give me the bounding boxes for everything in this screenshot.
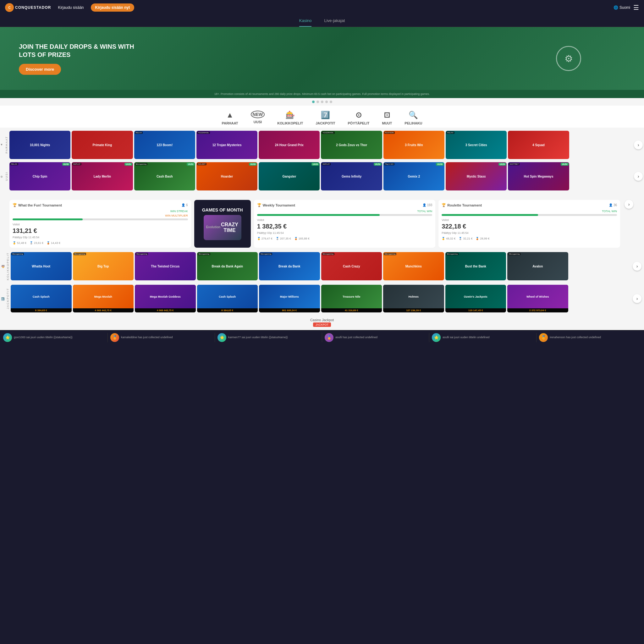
stat-1: 🥇 52,48 €: [13, 241, 26, 245]
login-button[interactable]: Kirjaudu sisään: [55, 3, 87, 12]
provider-badge: NOLIMIT: [197, 163, 206, 165]
provider-badge: Microgaming: [135, 163, 147, 165]
jackpot-card[interactable]: Ozwin's Jackpots 119 147,45 €: [445, 285, 506, 312]
game-card[interactable]: Break da Bank AgainMicrogaming: [197, 252, 258, 280]
table-games-icon: ⊙: [355, 111, 362, 119]
game-card[interactable]: 10,001 Nights: [9, 131, 70, 159]
tab-live[interactable]: Live-jakajat: [324, 15, 345, 27]
game-card[interactable]: Break da BankMicrogaming: [259, 252, 320, 280]
jackpotit-next-button[interactable]: ›: [633, 294, 641, 303]
jackpot-card[interactable]: Mega Moolah Goddess 4 969 442,75 €: [135, 285, 196, 312]
language-label: Suomi: [619, 5, 630, 10]
new-badge: UUSI: [498, 163, 506, 166]
banner-dots: [0, 98, 644, 106]
tournament-amount-3: 322,18 €: [442, 223, 617, 230]
voitot-label-3: Voitot: [442, 218, 617, 222]
cat-kolikkopelit[interactable]: 🎰 KOLIKKOPELIT: [277, 111, 303, 125]
game-card[interactable]: Lady MerlinUUSIEEPLAY: [72, 162, 133, 190]
provider-badge: Microgaming: [508, 253, 520, 255]
status-divider-4: [429, 333, 429, 342]
new-badge-icon: NEW: [251, 111, 265, 118]
game-card[interactable]: Chip SpinUUSIRELAX: [9, 162, 70, 190]
jackpot-card[interactable]: Wheel of Wishes 2 372 973,04 €: [507, 285, 568, 312]
game-card[interactable]: Cash BashUUSIMicrogaming: [134, 162, 195, 190]
jackpot-amount: 2 372 973,04 €: [507, 308, 568, 312]
cat-muut-label: MUUT: [382, 121, 392, 125]
uusi-next-button[interactable]: ›: [634, 172, 643, 181]
game-card[interactable]: Hot Spin MegawaysUUSIiSOFTBET: [508, 162, 569, 190]
games-section: ▲ PARHAAT 10,001 Nights Primate King 123…: [0, 128, 644, 197]
hamburger-menu[interactable]: ☰: [633, 4, 639, 11]
status-divider: [107, 333, 108, 342]
status-text-1: gsxr1000 sai juuri uuden tittelin {{stat…: [14, 336, 73, 339]
cat-jackpotit[interactable]: 7️⃣ JACKPOTIT: [316, 111, 335, 125]
game-card[interactable]: The Twisted CircusMicrogaming: [135, 252, 196, 280]
new-badge: UUSI: [561, 163, 569, 166]
jackpot-card[interactable]: Holmes 127 236,39 €: [383, 285, 444, 312]
dot-4[interactable]: [325, 101, 328, 103]
game-card[interactable]: 123 Boom!RELAX: [134, 131, 195, 159]
tab-kasino[interactable]: Kasino: [299, 15, 312, 27]
game-card[interactable]: 3 Secret CitiesRELAX: [446, 131, 507, 159]
game-card[interactable]: 24 Hour Grand Prix: [259, 131, 320, 159]
dot-1[interactable]: [312, 101, 315, 103]
dot-2[interactable]: [316, 101, 319, 103]
jackpot-card[interactable]: Major Millions 801 600,24 €: [259, 285, 320, 312]
jackpot-section-icon: 7️⃣: [1, 297, 4, 301]
game-card[interactable]: GangsterUUSI: [259, 162, 320, 190]
jackpot-card[interactable]: Cash Splash 8 384,65 €: [197, 285, 258, 312]
tournament-stats-1: 🥇 52,48 € 🥈 23,61 € 🥉 14,43 €: [13, 241, 188, 245]
cat-muut[interactable]: ⊡ MUUT: [382, 111, 392, 125]
game-card[interactable]: Big TopMicrogaming: [73, 252, 134, 280]
cat-parhaat[interactable]: ▲ PARHAAT: [222, 111, 238, 125]
voitot-label-2: Voitot: [257, 218, 432, 222]
game-card[interactable]: Gemix 2UUSIPlay'n GO: [383, 162, 444, 190]
tournament-bar-3: [442, 214, 617, 216]
discover-more-button[interactable]: Discover more: [19, 64, 61, 75]
dot-5[interactable]: [330, 101, 332, 103]
game-card[interactable]: MunchkinsMicrogaming: [383, 252, 444, 280]
kolikkopelit-next-button[interactable]: ›: [633, 262, 641, 271]
tournaments-next-button[interactable]: ›: [625, 200, 633, 209]
game-card[interactable]: Gems InfinityUUSIEEPLAY: [321, 162, 382, 190]
trophy-icon: 🏆: [13, 203, 17, 207]
game-card[interactable]: Whatta HootMicrogaming: [11, 252, 72, 280]
jackpot-tag: JACKPOT: [313, 322, 331, 327]
game-card[interactable]: Bust the BankMicrogaming: [445, 252, 506, 280]
provider-badge: PLAYSON: [384, 131, 395, 134]
evolution-logo: Evolution: [206, 225, 221, 229]
win-type-3: TOTAL WIN: [442, 210, 617, 213]
games-of-month-img[interactable]: Evolution CRAZY TIME: [204, 215, 241, 240]
game-card[interactable]: Primate King: [72, 131, 133, 159]
kolikkopelit-section: 🎰 KOLIKKOPELIT Whatta HootMicrogaming Bi…: [0, 251, 644, 283]
new-badge: UUSI: [249, 163, 257, 166]
tournament-card-1: 🏆 What the Fun! Tournament 👤 6 WIN STREA…: [9, 200, 191, 248]
jackpot-card[interactable]: Cash Splash 8 384,65 €: [11, 285, 72, 312]
game-card[interactable]: Cash CrazyMicrogaming: [321, 252, 382, 280]
language-selector[interactable]: 🌐 Suomi: [614, 5, 630, 10]
game-card[interactable]: 4 Squad: [508, 131, 569, 159]
logo-text: CONQUESTADOR: [15, 5, 51, 10]
jackpot-card[interactable]: Treasure Nile 41 316,89 €: [321, 285, 382, 312]
logo-icon: C: [5, 3, 14, 12]
crazy-time-title: CRAZY TIME: [220, 222, 239, 233]
game-card[interactable]: 3 Fruits WinPLAYSON: [383, 131, 444, 159]
cat-poytapelit[interactable]: ⊙ PÖYTÄPELIT: [348, 111, 369, 125]
tournament-players-2: 👤 193: [422, 203, 432, 207]
jackpot-card[interactable]: Mega Moolah 4 969 442,75 €: [73, 285, 134, 312]
game-card[interactable]: 2 Gods Zeus vs ThorYGGDRASIL: [321, 131, 382, 159]
cat-pelihaku[interactable]: 🔍 PELIHAKU: [405, 111, 422, 125]
game-card[interactable]: AvalonMicrogaming: [507, 252, 568, 280]
trophy-icon-2: 🏆: [257, 203, 261, 207]
avatar-5: ⭐: [432, 333, 441, 342]
game-card[interactable]: 12 Trojan MysteriesYGGDRASIL: [196, 131, 257, 159]
banner-decoration: ⚙: [556, 46, 581, 71]
parhaat-next-button[interactable]: ›: [634, 140, 643, 149]
game-card[interactable]: HoarderUUSINOLIMIT: [196, 162, 257, 190]
register-button[interactable]: Kirjaudu sisään nyt: [91, 3, 135, 12]
cat-uusi[interactable]: NEW UUSI: [251, 111, 265, 125]
game-card[interactable]: Mystic StaxxUUSI: [446, 162, 507, 190]
cat-parhaat-label: PARHAAT: [222, 121, 238, 125]
provider-badge: Microgaming: [322, 253, 334, 255]
dot-3[interactable]: [321, 101, 323, 103]
